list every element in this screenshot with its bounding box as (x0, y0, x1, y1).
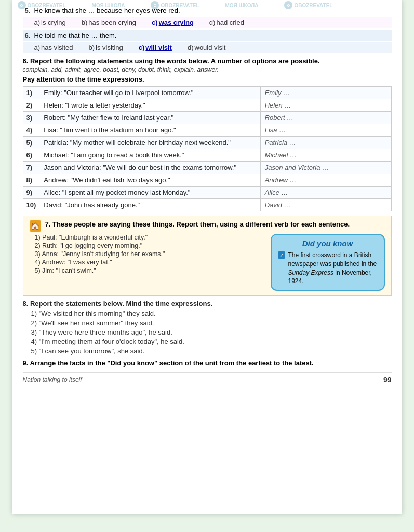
option-5a-label: a) (34, 19, 41, 26)
section-6-words: complain, add, admit, agree, boast, deny… (23, 66, 392, 73)
exercise-5-options: a) is crying b) has been crying c) was c… (23, 17, 392, 28)
option-5b-text: has been crying (88, 19, 136, 26)
table-row-quote: Andrew: "We didn't eat fish two days ago… (39, 174, 260, 187)
section-7-title: These people are saying these things. Re… (52, 220, 350, 228)
table-row-num: 3) (23, 112, 39, 124)
table-row-answer: Andrew … (260, 174, 391, 187)
section-9-number: 9. (23, 359, 30, 367)
home-icon: 🏠 (30, 220, 41, 232)
table-row-num: 9) (23, 187, 39, 199)
did-you-know-box: Did you know The first crossword in a Br… (271, 234, 385, 291)
option-6b-label: b) (88, 44, 95, 51)
section-8: 8. Report the statements below. Mind the… (23, 300, 392, 355)
table-row-quote: Helen: "I wrote a letter yesterday." (39, 99, 260, 112)
section-7: 🏠 7. These people are saying these thing… (23, 216, 392, 296)
exercise-6q-options: a) has visited b) is visiting c) will vi… (23, 42, 392, 53)
section-8-number: 8. (23, 300, 30, 308)
list-item: 5) Jim: "I can't swim." (35, 267, 264, 274)
list-item: 2) "We'll see her next summer" they said… (31, 319, 392, 327)
option-5c-label: c) (152, 19, 158, 26)
table-row-answer: David … (260, 199, 391, 211)
table-row-quote: Emily: "Our teacher will go to Liverpool… (39, 87, 260, 99)
list-item: 1) Paul: "Edinburgh is a wonderful city.… (35, 234, 264, 241)
section-6-title: Report the following statements using th… (30, 57, 320, 65)
checkbox-icon (278, 251, 285, 259)
option-5d-text: had cried (216, 19, 244, 26)
section-6-header: 6. Report the following statements using… (23, 57, 392, 65)
table-row-quote: Jason and Victoria: "We will do our best… (39, 162, 260, 174)
option-5b-label: b) (82, 19, 88, 26)
list-item: 4) "I'm meeting them at four o'clock tod… (31, 338, 392, 345)
section-8-header: 8. Report the statements below. Mind the… (23, 300, 392, 308)
table-row-answer: Patricia … (260, 137, 391, 149)
list-item: 3) Anna: "Jenny isn't studying for her e… (35, 250, 264, 258)
page-footer: Nation talking to itself 99 (23, 372, 392, 384)
section-6-number: 6. (23, 57, 30, 65)
table-row-quote: David: "John has already gone." (39, 199, 260, 211)
table-row-num: 4) (23, 124, 39, 137)
exercise-6q-question: He told me that he … them. (34, 32, 117, 39)
exercise-5-row: 5. He knew that she … because her eyes w… (23, 5, 392, 16)
table-row-answer: Alice … (260, 187, 391, 199)
option-6c-label: c) (139, 44, 145, 51)
list-item: 1) "We visited her this morning" they sa… (31, 310, 392, 317)
list-item: 2) Ruth: "I go jogging every morning." (35, 242, 264, 249)
table-row-num: 10) (23, 199, 39, 211)
option-6a-label: a) (34, 44, 41, 51)
did-you-know-title: Did you know (278, 239, 378, 248)
option-6d-label: d) (188, 44, 194, 51)
section-9-title: Arrange the facts in the "Did you know" … (30, 359, 313, 367)
section-6-attention: Pay attention to the time expressions. (23, 75, 392, 83)
table-row-quote: Lisa: "Tim went to the stadium an hour a… (39, 124, 260, 137)
table-row-quote: Robert: "My father flew to Ireland last … (39, 112, 260, 124)
footer-label: Nation talking to itself (23, 376, 82, 383)
table-row-num: 6) (23, 149, 39, 162)
exercise-7-list: 1) Paul: "Edinburgh is a wonderful city.… (30, 234, 264, 274)
exercise-6-table: 1) Emily: "Our teacher will go to Liverp… (23, 86, 392, 211)
exercise-5-question: He knew that she … because her eyes were… (34, 7, 180, 15)
table-row-answer: Helen … (260, 99, 391, 112)
list-item: 5) "I can see you tomorrow", she said. (31, 347, 392, 355)
option-5d-label: d) (209, 19, 216, 26)
list-item: 3) "They were here three months ago", he… (31, 328, 392, 336)
option-6a-text: has visited (41, 44, 73, 51)
option-6d-text: would visit (195, 44, 226, 51)
exercise-8-list: 1) "We visited her this morning" they sa… (23, 310, 392, 355)
option-6b-text: is visiting (96, 44, 123, 51)
table-row-answer: Jason and Victoria … (260, 162, 391, 174)
footer-page-number: 99 (383, 376, 392, 384)
section-9: 9. Arrange the facts in the "Did you kno… (23, 359, 392, 367)
table-row-quote: Alice: "I spent all my pocket money last… (39, 187, 260, 199)
option-5c-text: was crying (159, 19, 194, 26)
exercise-5-label: 5. (25, 7, 34, 15)
section-8-title: Report the statements below. Mind the ti… (30, 300, 212, 308)
section-7-left: 1) Paul: "Edinburgh is a wonderful city.… (30, 234, 264, 291)
table-row-num: 8) (23, 174, 39, 187)
table-row-answer: Robert … (260, 112, 391, 124)
table-row-num: 5) (23, 137, 39, 149)
table-row-num: 1) (23, 87, 39, 99)
exercise-6q-row: 6. He told me that he … them. (23, 30, 392, 41)
table-row-quote: Michael: "I am going to read a book this… (39, 149, 260, 162)
table-row-answer: Michael … (260, 149, 391, 162)
table-row-answer: Lisa … (260, 124, 391, 137)
did-you-know-text: The first crossword in a British newspap… (288, 251, 378, 286)
table-row-num: 2) (23, 99, 39, 112)
option-6c-text: will visit (145, 44, 172, 51)
exercise-6q-label: 6. (25, 32, 34, 39)
list-item: 4) Andrew: "I was very fat." (35, 259, 264, 266)
table-row-answer: Emily … (260, 87, 391, 99)
section-7-number: 7. (45, 220, 52, 228)
table-row-num: 7) (23, 162, 39, 174)
table-row-quote: Patricia: "My mother will celebrate her … (39, 137, 260, 149)
option-5a-text: is crying (41, 19, 66, 26)
